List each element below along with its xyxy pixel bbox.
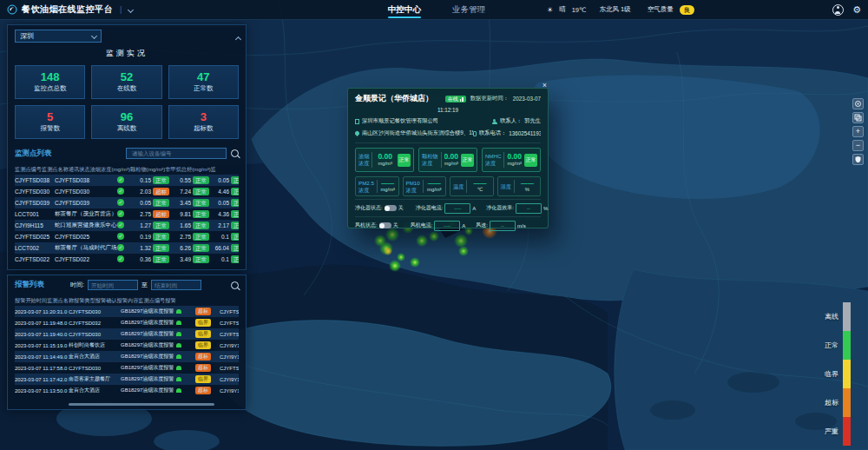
alarm-confirm-cell[interactable]: [176, 321, 195, 326]
person-icon: [492, 119, 497, 124]
table-row[interactable]: 2023-03-07 11:17:58.0 CJYFTSD030 GB18297…: [15, 362, 239, 374]
zoom-in-button[interactable]: +: [852, 126, 864, 137]
table-row[interactable]: LCCT002 标茶餐厅（马成时代广场店） 1.32正常 6.26正常 66.0…: [15, 242, 239, 254]
table-row[interactable]: CJYFTSD025 CJYFTSD025 0.19正常 2.75正常 0.1正…: [15, 231, 239, 242]
stat-card[interactable]: 5 报警数: [15, 105, 85, 139]
alarm-content-cell: 超标: [195, 364, 220, 373]
user-icon[interactable]: [832, 4, 844, 16]
oil-cell: 1.32正常: [136, 244, 176, 252]
detail-popup: × 金顺景记（华侨城店） 在线 数据更新时间： 2023-03-07 11:12…: [347, 88, 549, 228]
top-header: 餐饮油烟在线监控平台 | 中控中心 业务管理 ☀ 晴 19℃ 东北风 1级 空气…: [0, 0, 868, 20]
gauge-unit: mg/m³: [444, 161, 458, 166]
alarm-confirm-cell[interactable]: [176, 366, 195, 371]
oil-cell: 1.27正常: [136, 222, 176, 229]
dust-cell: 1.65正常: [176, 222, 214, 229]
table-row[interactable]: 2023-03-07 11:19:40.0 CJYFTSD030 GB18297…: [15, 328, 239, 340]
nav-item[interactable]: 业务管理: [452, 0, 485, 19]
dust-value: 1.65: [176, 222, 191, 228]
layers-icon: [854, 114, 862, 122]
gauge-status-button[interactable]: 正常: [398, 154, 411, 167]
field-label: 净化器效率:: [486, 204, 514, 212]
stat-card[interactable]: 3 超标数: [168, 105, 239, 139]
panel-collapse-button[interactable]: [236, 30, 240, 45]
alarm-confirm-cell[interactable]: [176, 377, 195, 382]
alarm-confirm-cell[interactable]: [176, 388, 195, 394]
stat-card[interactable]: 148 监控点总数: [15, 65, 85, 99]
zoom-out-button[interactable]: −: [852, 140, 864, 151]
shield-icon: [854, 156, 862, 163]
value-box[interactable]: ----: [444, 203, 470, 214]
value-box[interactable]: --: [516, 203, 542, 214]
alarm-confirm-cell[interactable]: [176, 332, 195, 337]
table-row[interactable]: CJYFTSD030 CJYFTSD030 2.03超标 7.24正常 4.46…: [15, 186, 239, 197]
table-row[interactable]: 2023-03-07 11:19:48.0 CJYFTSD032 GB18297…: [15, 317, 239, 328]
locate-button[interactable]: [852, 98, 864, 109]
gauge-label: 油烟浓度: [358, 153, 369, 167]
switch-label: 风机状态:: [355, 222, 378, 229]
nmhc-value: 4.36: [214, 211, 229, 217]
alarm-confirm-cell[interactable]: [176, 309, 195, 314]
toggle-switch[interactable]: [385, 205, 397, 211]
stat-card[interactable]: 47 正常数: [168, 65, 239, 99]
start-time-input[interactable]: [88, 280, 138, 290]
value-box[interactable]: --: [490, 221, 516, 231]
table-row[interactable]: LCCT001 标茶餐厅（茂业百货店） 2.75超标 9.81正常 4.36正常: [15, 208, 239, 220]
table-row[interactable]: CJYI9H115 蛇口巡展营健身康乐中心 1.27正常 1.65正常 2.17…: [15, 220, 239, 231]
stat-card[interactable]: 52 在线数: [91, 65, 161, 99]
table-row[interactable]: 2023-03-07 11:17:42.0 南蓉客家主题餐厅 GB18297油烟…: [15, 374, 239, 385]
comm-status-cell: [117, 176, 136, 184]
nmhc-value: 4.46: [214, 189, 229, 195]
nmhc-value: 2.17: [214, 222, 229, 228]
column-header: 监测点编号: [138, 297, 165, 305]
device-search-input[interactable]: [130, 149, 222, 157]
horizontal-scrollbar[interactable]: [69, 403, 214, 406]
alarm-confirm-cell[interactable]: [176, 354, 195, 360]
gauge-value-block: ——mg/m³: [380, 180, 396, 193]
table-row[interactable]: 2023-03-07 11:13:50.0 金百合大酒店 GB18297油烟浓度…: [15, 385, 239, 396]
comm-status-cell: [117, 199, 136, 207]
layers-button[interactable]: [852, 112, 864, 123]
stat-value: 5: [47, 111, 53, 122]
toggle-switch[interactable]: [379, 222, 391, 228]
alarm-confirm-cell[interactable]: [176, 343, 195, 348]
gear-icon[interactable]: ⚙: [852, 5, 861, 15]
table-row[interactable]: CJYFTSD038 CJYFTSD038 0.15正常 0.55正常 0.05…: [15, 175, 239, 186]
status-badge: 正常: [193, 199, 209, 207]
nav-item[interactable]: 中控中心: [388, 0, 421, 19]
oil-value: 1.32: [136, 245, 151, 251]
value-box[interactable]: ----: [434, 221, 460, 231]
gauge-label: 温度: [453, 183, 464, 190]
alarm-level-badge: 临界: [195, 319, 211, 327]
region-select[interactable]: 深圳: [15, 30, 102, 43]
chevron-down-icon[interactable]: [128, 6, 134, 12]
table-row[interactable]: CJYFTSD039 CJYFTSD039 0.05正常 3.45正常 0.05…: [15, 197, 239, 208]
table-row[interactable]: CJYFTSD022 CJYFTSD022 0.36正常 3.49正常 0.1正…: [15, 254, 239, 265]
gauge-value-block: ——mg/m³: [426, 180, 443, 193]
search-icon[interactable]: [231, 149, 239, 157]
theme-button[interactable]: [852, 154, 864, 165]
table-row[interactable]: 2023-03-07 11:15:19.0 科创时尚餐饮店 GB18297油烟浓…: [15, 340, 239, 351]
status-badge: 正常: [193, 176, 209, 184]
monitor-table-header: 监测点编号监测点名称通讯状态油烟浓度(mg/m³)颗粒物(mg/m³)非甲烷总烃…: [15, 164, 239, 175]
stat-card[interactable]: 96 离线数: [91, 105, 161, 139]
column-header: 监测点名称: [47, 297, 74, 305]
aqi-badge: 良: [680, 5, 694, 15]
phone-cell: 联系电话： 13602541193: [473, 129, 541, 137]
alarm-point-name: CJYFTSD032: [69, 321, 121, 326]
gauge-label: PM10浓度: [406, 180, 420, 194]
end-time-input[interactable]: [151, 280, 201, 290]
company-name: 深圳市顺景记餐饮管理有限公司: [362, 117, 438, 125]
phone-icon: [473, 131, 477, 136]
gauge-status-button[interactable]: 正常: [524, 154, 537, 167]
table-row[interactable]: 2023-03-07 11:14:49.0 金百合大酒店 GB18297油烟浓度…: [15, 351, 239, 362]
table-row[interactable]: 2023-03-07 11:20:31.0 CJYFTSD030 GB18297…: [15, 306, 239, 317]
status-badge: 正常: [231, 244, 239, 252]
gauge-status-button[interactable]: 正常: [461, 154, 474, 167]
location-pin-icon: [355, 130, 360, 136]
gauge-unit: mg/m³: [378, 161, 391, 166]
gauge-value: ——: [473, 180, 486, 187]
status-badge: 正常: [193, 233, 209, 241]
search-icon[interactable]: [231, 281, 239, 289]
comm-status-cell: [117, 222, 136, 229]
close-icon[interactable]: ×: [542, 81, 547, 89]
